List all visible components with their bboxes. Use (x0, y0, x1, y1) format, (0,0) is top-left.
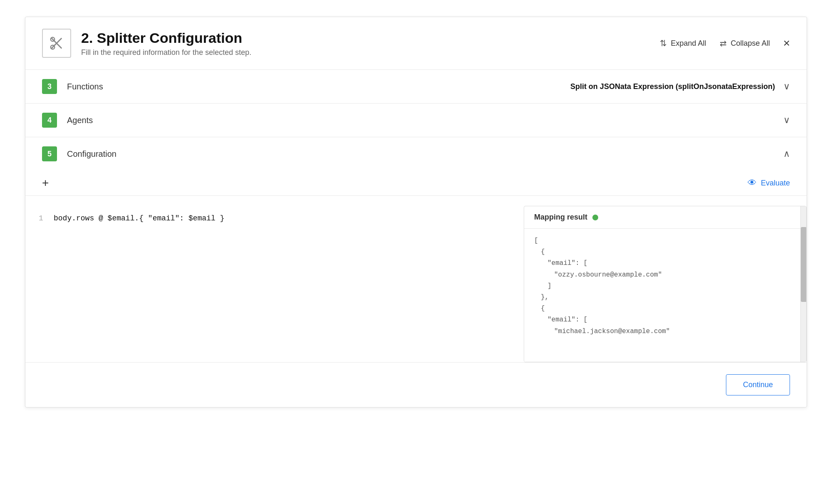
step-icon (42, 29, 71, 58)
expand-all-icon: ⇅ (660, 38, 667, 48)
scrollbar-thumb (801, 227, 807, 302)
code-line-1: 1 body.rows @ $email.{ "email": $email } (39, 214, 497, 222)
mapping-line-4: "ozzy.osbourne@example.com" (534, 269, 796, 281)
functions-section-row[interactable]: 3 Functions Split on JSONata Expression … (25, 70, 807, 104)
agents-badge: 4 (42, 113, 57, 128)
mapping-status-dot (592, 215, 598, 220)
functions-badge: 3 (42, 79, 57, 94)
mapping-line-8: "email": [ (534, 314, 796, 326)
line-number-1: 1 (39, 214, 47, 222)
eye-icon: 👁 (748, 178, 757, 188)
tool-icon-svg (49, 35, 64, 51)
configuration-label: Configuration (67, 149, 783, 159)
mapping-content[interactable]: [ { "email": [ "ozzy.osbourne@example.co… (524, 229, 806, 362)
header-text-block: 2. Splitter Configuration Fill in the re… (81, 30, 660, 57)
editor-area: 1 body.rows @ $email.{ "email": $email }… (25, 196, 807, 362)
close-button[interactable]: × (783, 37, 790, 49)
mapping-panel: Mapping result [ { "email": [ "ozzy.osbo… (524, 206, 807, 362)
main-panel: 2. Splitter Configuration Fill in the re… (25, 17, 807, 408)
mapping-line-6: }, (534, 292, 796, 303)
panel-title: 2. Splitter Configuration (81, 30, 660, 47)
mapping-scrollbar[interactable] (800, 206, 806, 362)
header-actions: ⇅ Expand All ⇄ Collapse All × (660, 37, 790, 49)
panel-subtitle: Fill in the required information for the… (81, 48, 660, 57)
add-button[interactable]: + (42, 177, 49, 189)
configuration-section: 5 Configuration ∧ + 👁 Evaluate 1 body.ro… (25, 137, 807, 363)
functions-chevron: ∨ (783, 81, 790, 92)
agents-label: Agents (67, 116, 775, 125)
mapping-line-9: "michael.jackson@example.com" (534, 326, 796, 337)
code-editor[interactable]: 1 body.rows @ $email.{ "email": $email } (25, 206, 510, 362)
configuration-chevron: ∧ (783, 148, 790, 159)
functions-label: Functions (67, 82, 570, 91)
expand-all-button[interactable]: ⇅ Expand All (660, 38, 706, 48)
mapping-line-1: [ (534, 235, 796, 247)
mapping-line-7: { (534, 303, 796, 314)
mapping-line-3: "email": [ (534, 258, 796, 269)
mapping-line-5: ] (534, 281, 796, 292)
evaluate-button[interactable]: 👁 Evaluate (748, 178, 790, 188)
code-content-1: body.rows @ $email.{ "email": $email } (54, 214, 224, 222)
mapping-header: Mapping result (524, 206, 806, 229)
editor-toolbar: + 👁 Evaluate (25, 170, 807, 196)
agents-chevron: ∨ (783, 115, 790, 126)
mapping-line-2: { (534, 247, 796, 258)
panel-footer: Continue (25, 363, 807, 407)
mapping-title: Mapping result (534, 213, 587, 222)
collapse-all-icon: ⇄ (720, 38, 727, 48)
functions-value: Split on JSONata Expression (splitOnJson… (570, 82, 775, 91)
panel-header: 2. Splitter Configuration Fill in the re… (25, 17, 807, 70)
configuration-header[interactable]: 5 Configuration ∧ (25, 137, 807, 170)
configuration-badge: 5 (42, 146, 57, 161)
expand-all-label: Expand All (671, 39, 706, 48)
agents-section-row[interactable]: 4 Agents ∨ (25, 104, 807, 137)
continue-button[interactable]: Continue (726, 374, 790, 395)
collapse-all-label: Collapse All (731, 39, 770, 48)
evaluate-label: Evaluate (761, 179, 790, 188)
collapse-all-button[interactable]: ⇄ Collapse All (720, 38, 770, 48)
